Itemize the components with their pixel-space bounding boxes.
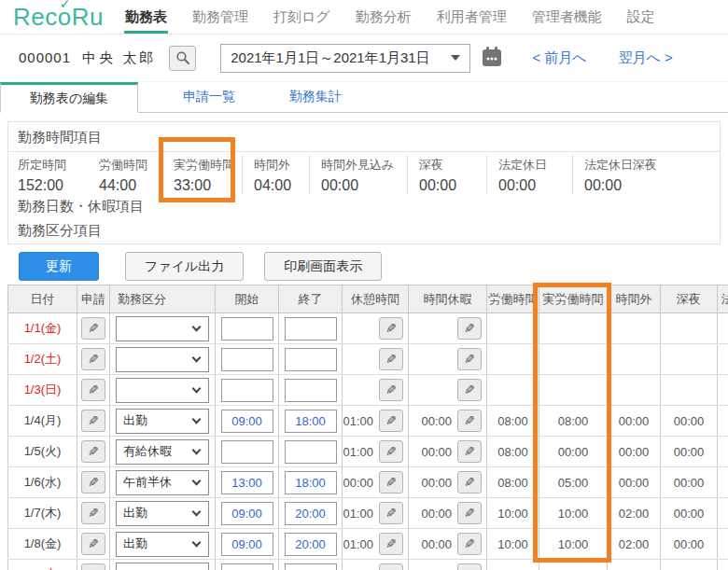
timesheet-table-container: 日付申請勤務区分開始終了休憩時間時間休暇労働時間実労働時間時間外深夜法定休日 1… [7,285,728,570]
pencil-icon: ✎ [464,476,475,489]
break-time-edit-button[interactable]: ✎ [379,471,403,494]
print-view-button[interactable]: 印刷画面表示 [264,252,382,281]
end-time-input[interactable] [285,440,337,464]
hourly-leave-edit-button[interactable]: ✎ [457,440,482,463]
nav-item-settings[interactable]: 設定 [626,0,656,34]
nav-item-admin-functions[interactable]: 管理者機能 [531,0,603,34]
worktype-select[interactable] [116,347,209,372]
tab-request-list[interactable]: 申請一覧 [183,89,235,105]
pencil-icon: ✎ [464,322,475,335]
break-time-edit-button[interactable]: ✎ [379,563,403,570]
end-time-input[interactable] [285,563,337,570]
tab-work-summary[interactable]: 勤務集計 [289,89,342,105]
worktype-select[interactable] [116,563,209,570]
start-time-input[interactable]: 13:00 [221,471,273,494]
hourly-leave-edit-button[interactable]: ✎ [457,533,482,555]
end-time-input[interactable] [285,348,337,371]
request-edit-button[interactable]: ✎ [81,471,105,494]
chevron-down-icon [192,446,202,455]
table-row: 1/1(金)✎✎✎ [8,313,728,344]
worktype-select[interactable]: 出勤 [116,532,209,557]
cell-hourly-leave: 00:00✎ [409,406,487,437]
start-time-input[interactable] [221,440,273,464]
cell-overtime [608,344,661,375]
hourly-leave-edit-button[interactable]: ✎ [457,502,482,524]
request-edit-button[interactable]: ✎ [81,317,105,340]
start-time-input[interactable] [221,317,273,341]
hourly-leave-edit-button[interactable]: ✎ [457,563,482,570]
cell-actual-work-time [539,344,608,375]
end-time-input[interactable]: 18:00 [285,410,337,433]
end-time-input[interactable] [285,379,337,402]
hourly-leave-edit-button[interactable]: ✎ [457,471,482,494]
cell-hourly-leave: ✎ [409,313,487,344]
cell-overtime: 00:00 [608,406,661,437]
cell-end [279,375,343,406]
request-edit-button[interactable]: ✎ [81,440,105,463]
start-time-input[interactable] [221,348,273,371]
break-time-edit-button[interactable]: ✎ [379,502,403,524]
request-edit-button[interactable]: ✎ [81,563,105,570]
update-button[interactable]: 更新 [19,252,99,281]
date-range-select[interactable]: 2021年1月1日～2021年1月31日 [220,44,470,73]
hourly-leave-content: 00:00✎ [409,471,486,494]
end-time-input[interactable]: 18:00 [285,471,337,494]
request-edit-button[interactable]: ✎ [81,348,105,370]
employee-search-button[interactable] [169,46,196,71]
end-time-input[interactable]: 20:00 [285,533,337,556]
request-edit-button[interactable]: ✎ [81,533,105,555]
worktype-select[interactable] [116,378,209,403]
prev-month-link[interactable]: < 前月へ [532,49,586,67]
break-time-edit-button[interactable]: ✎ [379,379,403,401]
break-time-edit-button[interactable]: ✎ [379,410,403,432]
nav-item-work-analysis[interactable]: 勤務分析 [355,0,413,34]
cell-actual-work-time: 05:00 [539,467,608,498]
worktype-select[interactable]: 午前半休 [116,470,209,495]
break-time-edit-button[interactable]: ✎ [379,317,403,340]
start-time-input[interactable]: 09:00 [221,410,273,433]
cell-date: 1/6(水) [8,467,77,498]
hourly-leave-edit-button[interactable]: ✎ [457,317,482,340]
worktype-select[interactable]: 出勤 [116,501,209,526]
logo-text-pre: Rec [13,3,58,31]
hourly-leave-edit-button[interactable]: ✎ [457,410,482,432]
file-output-button[interactable]: ファイル出力 [125,252,244,281]
worktype-select[interactable] [116,316,209,341]
hourly-leave-content: ✎ [409,563,486,570]
cell-request: ✎ [77,498,110,529]
start-time-input[interactable]: 09:00 [221,502,273,525]
start-time-input[interactable] [221,379,273,402]
end-time-input[interactable] [285,317,337,341]
break-time-edit-button[interactable]: ✎ [379,348,403,370]
request-edit-button[interactable]: ✎ [81,379,105,401]
timesheet-header-row: 日付申請勤務区分開始終了休憩時間時間休暇労働時間実労働時間時間外深夜法定休日 [8,285,728,313]
hourly-leave-edit-button[interactable]: ✎ [457,379,482,401]
worktype-select[interactable]: 出勤 [116,409,209,434]
break-time-edit-button[interactable]: ✎ [379,533,403,555]
next-month-link[interactable]: 翌月へ > [619,49,673,67]
nav-item-timesheet[interactable]: 勤務表 [124,0,168,34]
calendar-button[interactable] [480,46,504,71]
hourly-leave-edit-button[interactable]: ✎ [457,348,482,370]
employee-id: 000001 [19,49,71,65]
chevron-down-icon [192,538,202,548]
nav-item-work-management[interactable]: 勤務管理 [191,0,249,34]
app-logo[interactable]: Reco✓Ru [13,3,104,32]
request-edit-button[interactable]: ✎ [81,410,105,432]
nav-item-user-management[interactable]: 利用者管理 [436,0,508,34]
break-time-edit-button[interactable]: ✎ [379,440,403,463]
pencil-icon: ✎ [464,383,475,396]
start-time-input[interactable]: 09:00 [221,533,273,556]
cell-work-time [487,375,539,406]
section-header-worktype[interactable]: 勤務区分項目 [18,222,102,240]
stat-label: 深夜 [419,157,486,174]
nav-item-punch-log[interactable]: 打刻ログ [273,0,331,34]
request-edit-button[interactable]: ✎ [81,502,105,524]
end-time-input[interactable]: 20:00 [285,502,337,525]
worktype-select[interactable]: 有給休暇 [116,439,209,465]
section-header-days-leave[interactable]: 勤務日数・休暇項目 [18,198,144,215]
start-time-input[interactable] [221,563,273,570]
tab-edit-timesheet[interactable]: 勤務表の編集 [0,82,138,113]
section-header-work-time[interactable]: 勤務時間項目 [18,129,102,146]
hourly-leave-value: 00:00 [421,537,452,551]
